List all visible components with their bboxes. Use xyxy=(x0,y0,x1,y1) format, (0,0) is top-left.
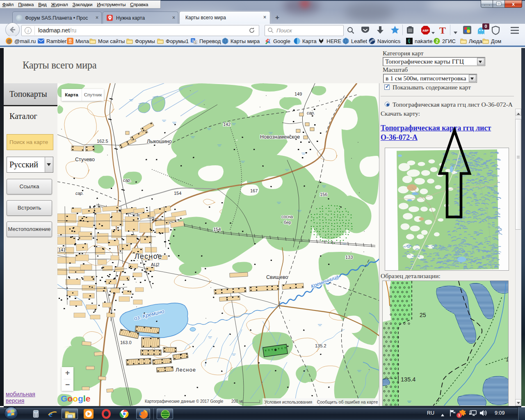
svg-text:Свищево: Свищево xyxy=(266,274,288,280)
svg-text:@: @ xyxy=(7,39,11,43)
svg-text:141: 141 xyxy=(58,247,66,252)
svg-text:АЦ2: АЦ2 xyxy=(151,262,160,267)
svg-text:25: 25 xyxy=(420,312,426,318)
svg-text:сосна: сосна xyxy=(281,214,293,219)
svg-text:154: 154 xyxy=(174,191,181,196)
svg-text:133: 133 xyxy=(345,255,353,260)
svg-text:сар.: сар. xyxy=(123,178,131,183)
svg-text:149: 149 xyxy=(294,91,302,96)
svg-text:Лесное: Лесное xyxy=(135,252,162,260)
svg-text:142: 142 xyxy=(223,122,231,127)
svg-text:бер: бер xyxy=(284,220,291,225)
svg-text:Новознаменское: Новознаменское xyxy=(260,134,300,140)
svg-text:135.2: 135.2 xyxy=(315,343,326,348)
svg-text:1: 1 xyxy=(506,356,509,363)
svg-text:Стучево: Стучево xyxy=(75,157,95,162)
svg-text:162.5: 162.5 xyxy=(97,139,108,144)
svg-text:сар.: сар. xyxy=(307,110,315,115)
svg-text:ABP: ABP xyxy=(422,29,429,32)
svg-text:2: 2 xyxy=(436,39,438,43)
svg-text:156: 156 xyxy=(320,192,327,197)
svg-text:167: 167 xyxy=(250,188,258,193)
svg-text:G: G xyxy=(194,41,196,44)
svg-text:Лесное: Лесное xyxy=(176,367,196,373)
svg-text:135.4: 135.4 xyxy=(401,376,415,383)
svg-text:сар.: сар. xyxy=(75,191,84,196)
svg-text:154: 154 xyxy=(213,227,221,232)
svg-text:163.0: 163.0 xyxy=(120,340,132,345)
svg-text:Лыкошино: Лыкошино xyxy=(147,139,172,144)
